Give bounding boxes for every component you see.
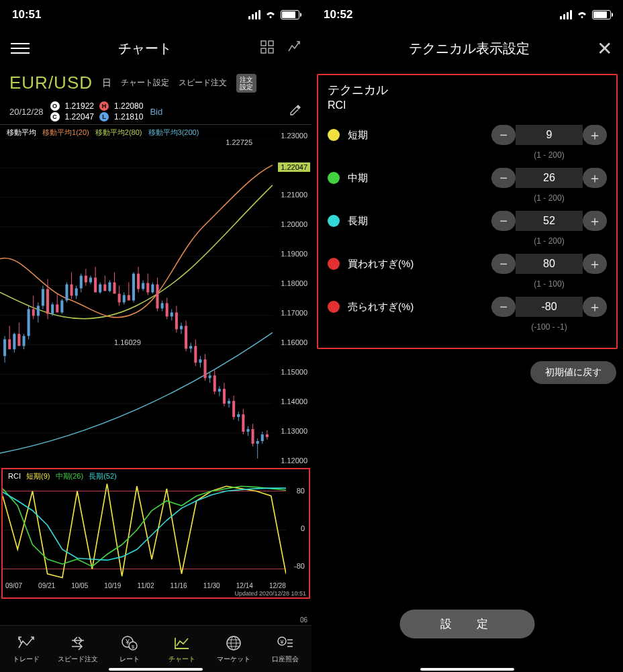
svg-rect-3	[269, 48, 273, 53]
increment-button[interactable]: ＋	[583, 297, 607, 317]
svg-rect-58	[103, 285, 106, 291]
wifi-icon	[265, 10, 277, 19]
svg-rect-104	[213, 375, 216, 391]
close-icon: C	[50, 112, 60, 122]
setting-label: 長期	[348, 215, 491, 228]
setting-range: (1 - 200)	[491, 236, 607, 246]
nav-trade[interactable]: トレード	[0, 626, 52, 672]
reset-button[interactable]: 初期値に戻す	[530, 361, 616, 384]
setting-label: 中期	[348, 172, 491, 185]
candlestick-svg	[0, 138, 273, 467]
svg-rect-114	[237, 414, 240, 417]
decrement-button[interactable]: −	[491, 211, 516, 231]
svg-rect-126	[266, 434, 269, 437]
svg-rect-98	[199, 359, 201, 363]
settings-screen: 10:52 テクニカル表示設定 ✕ テクニカル RCI 短期 − 9 ＋	[312, 0, 623, 672]
chart-type-icon[interactable]	[287, 40, 301, 57]
color-dot	[328, 215, 340, 227]
svg-rect-68	[128, 295, 130, 301]
apply-button[interactable]: 設 定	[400, 610, 535, 638]
decrement-button[interactable]: −	[491, 168, 516, 188]
svg-rect-44	[70, 285, 73, 296]
speed-icon	[69, 634, 87, 653]
color-dot	[328, 301, 340, 313]
svg-rect-42	[65, 285, 68, 301]
svg-rect-50	[85, 276, 87, 283]
svg-rect-96	[194, 346, 197, 363]
speed-order-link[interactable]: スピード注文	[179, 77, 227, 89]
period[interactable]: 日	[102, 77, 111, 89]
color-dot	[328, 258, 340, 270]
bid-label[interactable]: Bid	[150, 107, 162, 117]
nav-speed[interactable]: スピード注文	[52, 626, 103, 672]
symbol[interactable]: EUR/USD	[9, 73, 93, 93]
svg-rect-100	[203, 359, 206, 378]
nav-account[interactable]: ¥ 口座照会	[260, 626, 312, 672]
svg-rect-108	[223, 389, 226, 403]
svg-rect-32	[42, 289, 44, 306]
panel-title: テクニカル	[328, 82, 607, 98]
svg-rect-106	[218, 389, 221, 391]
increment-button[interactable]: ＋	[583, 168, 607, 188]
main-chart[interactable]: 移動平均 移動平均1(20) 移動平均2(80) 移動平均3(200) 1.23…	[0, 124, 312, 467]
increment-button[interactable]: ＋	[583, 125, 607, 145]
setting-range: (1 - 100)	[491, 279, 607, 289]
svg-rect-34	[46, 289, 49, 314]
edit-icon[interactable]	[289, 103, 302, 120]
svg-rect-46	[75, 289, 78, 296]
stepper-value[interactable]: 9	[516, 125, 583, 145]
setting-row-2: 長期 − 52 ＋	[328, 207, 607, 235]
stepper-value[interactable]: 26	[516, 168, 583, 188]
decrement-button[interactable]: −	[491, 254, 516, 274]
svg-rect-112	[232, 401, 235, 417]
home-indicator[interactable]	[420, 668, 514, 671]
nav-chart[interactable]: チャート	[156, 626, 207, 672]
svg-rect-94	[189, 346, 192, 348]
account-icon: ¥	[277, 634, 294, 653]
stepper-value[interactable]: 80	[516, 254, 583, 274]
setting-row-0: 短期 − 9 ＋	[328, 121, 607, 149]
nav-market[interactable]: マーケット	[207, 626, 259, 672]
layout-icon[interactable]	[260, 40, 274, 57]
svg-rect-16	[3, 339, 6, 356]
low-icon: L	[99, 112, 109, 122]
rci-chart[interactable]: RCI 短期(9) 中期(26) 長期(52) 80 0 -80 09/0709…	[1, 468, 310, 599]
stepper: − 80 ＋	[491, 254, 607, 274]
svg-rect-72	[137, 274, 140, 289]
svg-rect-110	[228, 401, 230, 403]
setting-row-1: 中期 − 26 ＋	[328, 164, 607, 192]
wifi-icon	[576, 10, 588, 19]
nav-rate[interactable]: ¥$ レート	[104, 626, 156, 672]
header-title: チャート	[118, 40, 172, 58]
updated-label: Updated 2020/12/28 10:51	[234, 590, 306, 597]
svg-rect-18	[8, 339, 11, 349]
status-time: 10:51	[12, 8, 41, 21]
low-annotation: 1.16029	[114, 338, 141, 346]
stepper-value[interactable]: 52	[516, 211, 583, 231]
svg-text:¥: ¥	[280, 638, 285, 645]
increment-button[interactable]: ＋	[583, 254, 607, 274]
chart-settings-link[interactable]: チャート設定	[121, 77, 169, 89]
svg-rect-36	[51, 304, 54, 314]
svg-rect-26	[28, 309, 30, 336]
stepper: − 9 ＋	[491, 125, 607, 145]
decrement-button[interactable]: −	[491, 297, 516, 317]
high-annotation: 1.22725	[226, 138, 252, 146]
menu-button[interactable]	[11, 43, 30, 54]
stepper-value[interactable]: -80	[516, 297, 583, 317]
close-button[interactable]: ✕	[597, 38, 612, 60]
rate-icon: ¥$	[121, 634, 138, 653]
increment-button[interactable]: ＋	[583, 211, 607, 231]
setting-label: 短期	[348, 129, 491, 142]
svg-rect-28	[32, 309, 35, 316]
order-settings-button[interactable]: 注文設定	[236, 74, 256, 93]
extra-tick: 06	[300, 616, 307, 624]
home-indicator[interactable]	[109, 668, 203, 671]
rci-legend: RCI 短期(9) 中期(26) 長期(52)	[8, 471, 120, 481]
decrement-button[interactable]: −	[491, 125, 516, 145]
svg-rect-124	[261, 434, 264, 441]
status-indicators	[248, 10, 299, 19]
open-icon: O	[50, 101, 60, 111]
svg-rect-84	[166, 303, 169, 316]
chart-icon	[173, 634, 191, 653]
